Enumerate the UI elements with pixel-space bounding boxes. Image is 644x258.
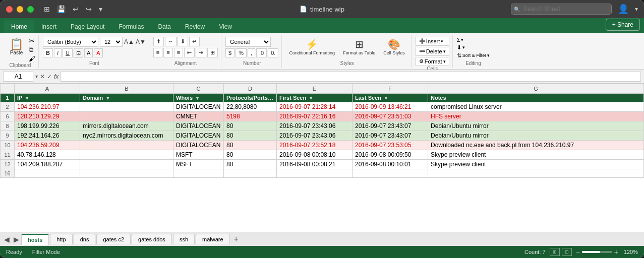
cell-protocols-10[interactable]: 80	[224, 141, 277, 150]
filter-arrow-domain[interactable]: ▼	[105, 96, 110, 101]
cell-notes-12[interactable]: Skype preview client	[428, 160, 644, 169]
increase-decimal-button[interactable]: .0	[256, 48, 267, 57]
fill-chevron[interactable]: ▾	[462, 45, 465, 50]
wrap-text-button[interactable]: ↵	[189, 37, 200, 46]
col-header-c[interactable]: C	[173, 84, 224, 94]
cell-protocols-6[interactable]: 5198	[224, 112, 277, 121]
insert-chevron[interactable]: ▾	[441, 39, 443, 44]
accounting-button[interactable]: $	[225, 48, 235, 57]
decrease-font-button[interactable]: A▼	[136, 38, 146, 45]
sort-filter-button[interactable]: ⇅ Sort & Filter ▾	[457, 52, 490, 59]
delete-chevron[interactable]: ▾	[443, 49, 446, 54]
cell-domain-6[interactable]	[80, 112, 173, 121]
header-whois[interactable]: Whois ▼	[173, 94, 224, 102]
percent-button[interactable]: %	[236, 48, 247, 57]
sum-chevron[interactable]: ▾	[461, 37, 463, 42]
cell-first-seen-8[interactable]: 2016-09-07 23:43:06	[277, 121, 353, 131]
sheet-tab-gates-c2[interactable]: gates c2	[96, 234, 131, 244]
maximize-button[interactable]	[27, 6, 34, 13]
format-painter-button[interactable]: 🖌	[29, 55, 35, 62]
cell-reference[interactable]: A1	[3, 72, 33, 82]
undo-icon[interactable]: ↩	[73, 5, 79, 13]
sheet-tab-hosts[interactable]: hosts	[21, 234, 49, 245]
sheet-tab-ssh[interactable]: ssh	[173, 234, 195, 244]
sidebar-icon[interactable]: ⊞	[44, 5, 50, 13]
cell-domain-8[interactable]: mirrors.digitalocean.com	[80, 121, 173, 131]
cell-first-seen-12[interactable]: 2016-09-08 00:08:21	[277, 160, 353, 169]
col-header-f[interactable]: F	[353, 84, 428, 94]
align-left-button[interactable]: ≡	[153, 48, 162, 57]
fill-button[interactable]: ⬇ ▾	[457, 44, 490, 51]
font-size-selector[interactable]: 12	[100, 37, 123, 47]
cell-whois-12[interactable]: MSFT	[173, 160, 224, 169]
sheet-prev-button[interactable]: ◀	[2, 235, 12, 243]
filter-arrow-last-seen[interactable]: ▼	[384, 96, 388, 101]
expand-name-icon[interactable]: ▾	[35, 74, 38, 79]
font-selector[interactable]: Calibri (Body)	[43, 37, 98, 47]
cell-last-seen-8[interactable]: 2016-09-07 23:43:07	[353, 121, 428, 131]
sheet-tab-malware[interactable]: malware	[196, 234, 230, 244]
paste-button[interactable]: 📋 Paste	[5, 37, 28, 62]
close-button[interactable]	[6, 6, 13, 13]
tab-formulas[interactable]: Formulas	[111, 20, 151, 33]
sum-button[interactable]: Σ ▾	[457, 37, 490, 43]
conditional-formatting-button[interactable]: ⚡ Conditional Formatting	[286, 36, 338, 58]
normal-view-button[interactable]: ⊞	[550, 248, 560, 256]
increase-font-button[interactable]: A▲	[124, 38, 134, 45]
sort-filter-chevron[interactable]: ▾	[487, 53, 490, 58]
cell-first-seen-6[interactable]: 2016-09-07 22:16:16	[277, 112, 353, 121]
font-color-button[interactable]: A	[94, 48, 102, 57]
col-header-g[interactable]: G	[428, 84, 644, 94]
sheet-tab-gates-ddos[interactable]: gates ddos	[132, 234, 172, 244]
align-center-button[interactable]: ≡	[163, 48, 172, 57]
page-layout-view-button[interactable]: ⊡	[562, 248, 572, 256]
tab-page-layout[interactable]: Page Layout	[64, 20, 111, 33]
cell-g-16[interactable]	[428, 169, 644, 178]
cell-first-seen-2[interactable]: 2016-09-07 21:28:14	[277, 102, 353, 112]
cell-ip-6[interactable]: 120.210.129.29	[15, 112, 80, 121]
redo-icon[interactable]: ↪	[86, 5, 92, 13]
insert-button[interactable]: ➕ Insert ▾	[416, 37, 449, 46]
italic-button[interactable]: I	[54, 48, 62, 57]
cell-last-seen-10[interactable]: 2016-09-07 23:53:05	[353, 141, 428, 150]
add-sheet-button[interactable]: +	[231, 235, 242, 244]
merge-button[interactable]: ⊞	[207, 48, 218, 57]
cell-notes-8[interactable]: Debian/Ubuntu mirror	[428, 121, 644, 131]
align-top-button[interactable]: ⬆	[153, 37, 164, 46]
delete-button[interactable]: ➖ Delete ▾	[416, 47, 449, 56]
col-header-d[interactable]: D	[224, 84, 277, 94]
user-icon[interactable]: 👤	[618, 4, 629, 15]
cell-protocols-9[interactable]: 80	[224, 131, 277, 141]
zoom-in-button[interactable]: +	[614, 248, 618, 256]
tab-view[interactable]: View	[212, 20, 239, 33]
insert-function-icon[interactable]: fx	[54, 73, 58, 80]
border-button[interactable]: ⊡	[74, 48, 83, 58]
header-ip[interactable]: IP ▼	[15, 94, 80, 102]
cell-d-16[interactable]	[224, 169, 277, 178]
header-last-seen[interactable]: Last Seen ▼	[353, 94, 428, 102]
cell-a-16[interactable]	[15, 169, 80, 178]
cell-whois-9[interactable]: DIGITALOCEAN	[173, 131, 224, 141]
search-input[interactable]	[511, 4, 612, 15]
cell-e-16[interactable]	[277, 169, 353, 178]
col-header-b[interactable]: B	[80, 84, 173, 94]
sheet-tab-dns[interactable]: dns	[74, 234, 96, 244]
cancel-formula-icon[interactable]: ✕	[40, 73, 45, 80]
formula-input[interactable]: IP	[61, 72, 641, 82]
cell-notes-6[interactable]: HFS server	[428, 112, 644, 121]
customize-icon[interactable]: ▾	[99, 5, 102, 13]
header-protocols[interactable]: Protocols/Ports ▼	[224, 94, 277, 102]
cell-domain-12[interactable]	[80, 160, 173, 169]
cell-domain-2[interactable]	[80, 102, 173, 112]
cell-last-seen-2[interactable]: 2016-09-09 13:46:21	[353, 102, 428, 112]
cell-notes-11[interactable]: Skype preview client	[428, 150, 644, 160]
copy-button[interactable]: ⧉	[29, 46, 35, 54]
cell-whois-2[interactable]: DIGITALOCEAN	[173, 102, 224, 112]
cell-b-16[interactable]	[80, 169, 173, 178]
tab-data[interactable]: Data	[151, 20, 178, 33]
bold-button[interactable]: B	[43, 48, 53, 57]
cell-first-seen-10[interactable]: 2016-09-07 23:52:18	[277, 141, 353, 150]
align-right-button[interactable]: ≡	[174, 48, 183, 57]
cell-last-seen-6[interactable]: 2016-09-07 23:51:03	[353, 112, 428, 121]
underline-button[interactable]: U	[63, 48, 73, 57]
